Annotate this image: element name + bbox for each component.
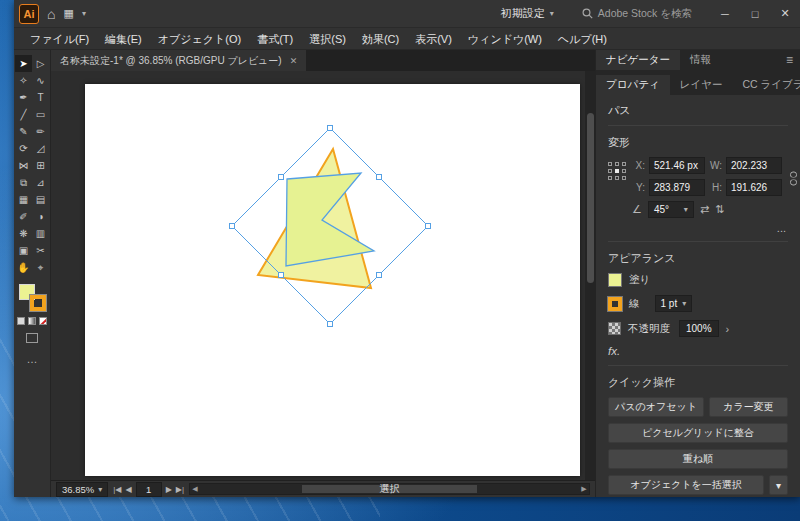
constrain-proportions-icon[interactable] bbox=[788, 171, 799, 186]
pen-tool[interactable]: ✒ bbox=[15, 89, 32, 106]
menu-effect[interactable]: 効果(C) bbox=[354, 28, 407, 50]
w-field[interactable]: 202.233 bbox=[726, 157, 782, 174]
next-artboard-button[interactable]: ▶ bbox=[166, 485, 172, 494]
edit-toolbar-button[interactable]: … bbox=[27, 353, 38, 365]
zoom-control[interactable]: 36.85% ▾ bbox=[56, 482, 108, 497]
menu-edit[interactable]: 編集(E) bbox=[97, 28, 150, 50]
select-similar-objects-button[interactable]: オブジェクトを一括選択 bbox=[608, 475, 764, 495]
appearance-fill-swatch[interactable] bbox=[608, 273, 622, 287]
first-artboard-button[interactable]: |◀ bbox=[113, 485, 121, 494]
selection-tool[interactable]: ➤ bbox=[15, 55, 32, 72]
panel-menu-icon[interactable]: ≡ bbox=[779, 50, 800, 70]
scale-tool[interactable]: ◿ bbox=[32, 140, 49, 157]
effects-fx-button[interactable]: fx. bbox=[608, 345, 788, 366]
perspective-grid-tool[interactable]: ⊿ bbox=[32, 174, 49, 191]
horizontal-scrollbar[interactable]: ◀ 選択 ▶ bbox=[189, 483, 590, 495]
color-mode-button[interactable] bbox=[17, 317, 25, 325]
menu-file[interactable]: ファイル(F) bbox=[22, 28, 97, 50]
home-icon[interactable]: ⌂ bbox=[47, 7, 55, 21]
zoom-tool[interactable]: ⌖ bbox=[32, 259, 49, 276]
artboard-tool[interactable]: ▣ bbox=[15, 242, 32, 259]
offset-path-button[interactable]: パスのオフセット bbox=[608, 397, 704, 417]
scroll-right-icon[interactable]: ▶ bbox=[579, 485, 589, 493]
arrange-button[interactable]: 重ね順 bbox=[608, 449, 788, 469]
menu-help[interactable]: ヘルプ(H) bbox=[550, 28, 615, 50]
canvas[interactable] bbox=[51, 71, 595, 480]
w-label: W: bbox=[709, 160, 722, 171]
stroke-color-swatch[interactable] bbox=[30, 295, 46, 311]
maximize-button[interactable]: □ bbox=[740, 0, 770, 28]
gradient-tool[interactable]: ▤ bbox=[32, 191, 49, 208]
minimize-button[interactable]: ─ bbox=[710, 0, 740, 28]
x-label: X: bbox=[632, 160, 645, 171]
magic-wand-tool[interactable]: ✧ bbox=[15, 72, 32, 89]
tab-layers[interactable]: レイヤー bbox=[670, 75, 733, 95]
mesh-tool[interactable]: ▦ bbox=[15, 191, 32, 208]
hand-tool[interactable]: ✋ bbox=[15, 259, 32, 276]
menu-view[interactable]: 表示(V) bbox=[407, 28, 460, 50]
rotate-tool[interactable]: ⟳ bbox=[15, 140, 32, 157]
select-similar-dropdown-button[interactable]: ▾ bbox=[769, 475, 788, 495]
y-field[interactable]: 283.879 bbox=[649, 179, 705, 196]
rotation-angle-field[interactable]: 45° ▾ bbox=[648, 201, 694, 218]
reference-point-locator[interactable] bbox=[608, 162, 626, 180]
x-field[interactable]: 521.46 px bbox=[649, 157, 705, 174]
pencil-tool[interactable]: ✏ bbox=[32, 123, 49, 140]
blend-tool[interactable]: ◑ bbox=[32, 208, 49, 225]
tab-navigator[interactable]: ナビゲーター bbox=[596, 50, 680, 70]
document-close-icon[interactable]: ✕ bbox=[290, 56, 298, 66]
close-button[interactable]: ✕ bbox=[770, 0, 800, 28]
artboard-number-field[interactable]: 1 bbox=[136, 482, 162, 497]
opacity-options-icon[interactable]: › bbox=[726, 323, 730, 335]
arrange-documents-chevron-icon[interactable]: ▾ bbox=[82, 9, 86, 18]
flip-horizontal-icon[interactable]: ⇄ bbox=[700, 203, 709, 216]
menu-window[interactable]: ウィンドウ(W) bbox=[460, 28, 550, 50]
transform-more-options[interactable]: ... bbox=[608, 222, 788, 242]
symbol-sprayer-tool[interactable]: ❋ bbox=[15, 225, 32, 242]
previous-artboard-button[interactable]: ◀ bbox=[125, 485, 131, 494]
tools-panel: ➤▷✧∿✒T╱▭✎✏⟳◿⋈⊞⧉⊿▦▤✐◑❋▥▣✂✋⌖ … bbox=[14, 50, 51, 497]
tab-info[interactable]: 情報 bbox=[680, 50, 721, 70]
gradient-mode-button[interactable] bbox=[28, 317, 36, 325]
eyedropper-tool[interactable]: ✐ bbox=[15, 208, 32, 225]
width-tool[interactable]: ⋈ bbox=[15, 157, 32, 174]
vertical-scrollbar-thumb[interactable] bbox=[587, 113, 594, 283]
menu-object[interactable]: オブジェクト(O) bbox=[150, 28, 249, 50]
search-input[interactable]: Adobe Stock を検索 bbox=[572, 7, 702, 21]
column-graph-tool[interactable]: ▥ bbox=[32, 225, 49, 242]
document-tabstrip: 名称未設定-1* @ 36.85% (RGB/GPU プレビュー) ✕ bbox=[51, 50, 595, 71]
free-transform-tool[interactable]: ⊞ bbox=[32, 157, 49, 174]
recolor-button[interactable]: カラー変更 bbox=[709, 397, 788, 417]
type-tool[interactable]: T bbox=[32, 89, 49, 106]
appearance-stroke-swatch[interactable] bbox=[608, 297, 622, 311]
zoom-chevron-icon: ▾ bbox=[98, 485, 102, 494]
illustrator-app-icon[interactable]: Ai bbox=[19, 4, 39, 24]
rectangle-tool[interactable]: ▭ bbox=[32, 106, 49, 123]
opacity-icon[interactable] bbox=[608, 322, 621, 335]
shape-builder-tool[interactable]: ⧉ bbox=[15, 174, 32, 191]
line-segment-tool[interactable]: ╱ bbox=[15, 106, 32, 123]
align-to-pixel-grid-button[interactable]: ピクセルグリッドに整合 bbox=[608, 423, 788, 443]
last-artboard-button[interactable]: ▶| bbox=[176, 485, 184, 494]
tab-cc-libraries[interactable]: CC ライブラリ bbox=[732, 75, 800, 95]
none-mode-button[interactable] bbox=[39, 317, 47, 325]
paintbrush-tool[interactable]: ✎ bbox=[15, 123, 32, 140]
opacity-field[interactable]: 100% bbox=[679, 320, 719, 337]
y-label: Y: bbox=[632, 182, 645, 193]
direct-selection-tool[interactable]: ▷ bbox=[32, 55, 49, 72]
slice-tool[interactable]: ✂ bbox=[32, 242, 49, 259]
menu-select[interactable]: 選択(S) bbox=[301, 28, 354, 50]
workspace-switcher[interactable]: 初期設定 ▾ bbox=[491, 6, 564, 21]
stroke-weight-field[interactable]: 1 pt ▾ bbox=[655, 295, 693, 312]
document-tab[interactable]: 名称未設定-1* @ 36.85% (RGB/GPU プレビュー) ✕ bbox=[51, 50, 306, 71]
tab-properties[interactable]: プロパティ bbox=[596, 75, 670, 95]
flip-vertical-icon[interactable]: ⇅ bbox=[715, 203, 724, 216]
h-field[interactable]: 191.626 bbox=[726, 179, 782, 196]
arrange-documents-icon[interactable]: ▦ bbox=[63, 8, 73, 19]
vertical-scrollbar[interactable] bbox=[585, 71, 595, 480]
artboard[interactable] bbox=[85, 84, 580, 476]
lasso-tool[interactable]: ∿ bbox=[32, 72, 49, 89]
menu-type[interactable]: 書式(T) bbox=[249, 28, 301, 50]
draw-mode-button[interactable] bbox=[26, 333, 38, 343]
stroke-weight-value: 1 pt bbox=[661, 298, 678, 309]
